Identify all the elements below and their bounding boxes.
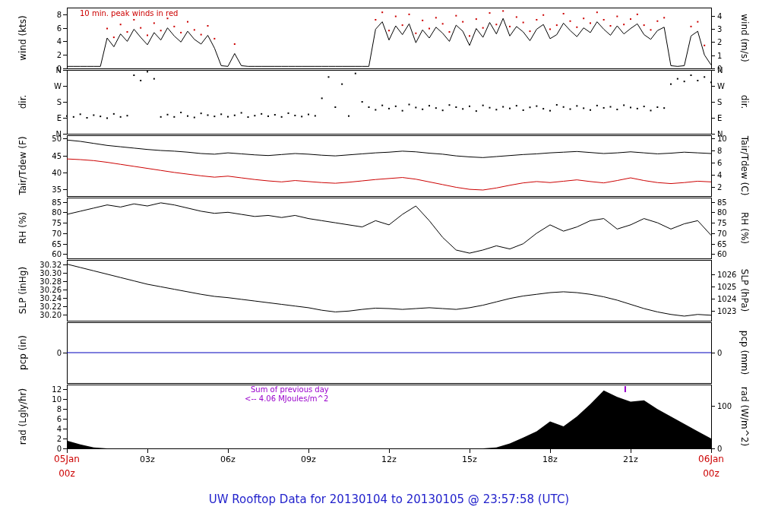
- rad-sum-annotation-line2: <-- 4.06 MJoules/m^2: [245, 394, 328, 403]
- y-tick-label-right: 2: [717, 38, 759, 47]
- y-axis-label-right-wind: wind (m/s): [739, 14, 750, 62]
- y-tick-label-right: E: [717, 114, 759, 123]
- y-tick-label-right: 65: [717, 240, 759, 249]
- y-tick-label-left: E: [20, 114, 62, 123]
- y-tick-label-right: 1024: [717, 295, 759, 304]
- x-axis-start-hour: 00z: [44, 468, 90, 479]
- y-axis-label-right-rad: rad (W/m^2): [739, 387, 750, 446]
- y-tick-label-right: 2: [717, 183, 759, 192]
- y-axis-label-left-rad: rad (Lgly/hr): [17, 388, 28, 445]
- y-tick-label-right: 60: [717, 250, 759, 259]
- y-axis-label-left-pcp: pcp (in): [17, 335, 28, 370]
- y-axis-label-left-wind: wind (kts): [17, 15, 28, 60]
- x-tick-label: 06z: [220, 454, 236, 464]
- peak-wind-legend-note: 10 min. peak winds in red: [80, 9, 178, 17]
- y-axis-label-right-temperature: Tair/Tdew (C): [739, 136, 750, 196]
- y-tick-label-right: 75: [717, 219, 759, 228]
- y-tick-label-right: 1: [717, 52, 759, 61]
- y-tick-label-right: 10: [717, 135, 759, 144]
- y-tick-label-left: N: [20, 66, 62, 75]
- y-tick-label-right: W: [717, 82, 759, 91]
- y-axis-label-left-temperature: Tair/Tdew (F): [17, 136, 28, 195]
- y-axis-label-right-slp: SLP (hPa): [739, 269, 750, 312]
- y-tick-label-right: N: [717, 66, 759, 75]
- y-tick-label-right: S: [717, 98, 759, 107]
- y-tick-label-right: 1026: [717, 271, 759, 280]
- y-axis-label-right-pcp: pcp (mm): [739, 331, 750, 375]
- y-tick-label-left: 0: [20, 445, 62, 454]
- x-tick-label: 21z: [623, 454, 638, 464]
- x-axis-start-date: 05Jan: [44, 454, 90, 464]
- x-tick-label: 03z: [140, 454, 155, 464]
- y-axis-label-left-slp: SLP (inHg): [17, 267, 28, 314]
- y-tick-label-right: 80: [717, 208, 759, 217]
- y-axis-label-left-rh: RH (%): [17, 212, 28, 244]
- y-tick-label-right: 8: [717, 147, 759, 156]
- y-axis-label-left-dir: dir.: [17, 95, 28, 109]
- x-tick-label: 15z: [462, 454, 477, 464]
- y-tick-label-right: 3: [717, 25, 759, 34]
- y-tick-label-right: 6: [717, 159, 759, 168]
- rad-sum-annotation-line1: Sum of previous day: [251, 385, 329, 394]
- y-tick-label-right: 1023: [717, 307, 759, 316]
- x-tick-label: 09z: [301, 454, 316, 464]
- chart-canvas: [0, 0, 778, 532]
- y-tick-label-right: 4: [717, 12, 759, 21]
- y-tick-label-right: 1025: [717, 283, 759, 292]
- x-axis-end-date: 06Jan: [688, 454, 734, 464]
- y-axis-label-right-rh: RH (%): [739, 212, 750, 244]
- y-tick-label-right: 70: [717, 230, 759, 239]
- y-tick-label-left: 60: [20, 250, 62, 259]
- y-tick-label-left: 85: [20, 198, 62, 207]
- y-tick-label-right: 4: [717, 171, 759, 180]
- x-axis-end-hour: 00z: [688, 468, 734, 479]
- x-tick-label: 18z: [542, 454, 558, 464]
- y-tick-label-right: 0: [717, 349, 759, 358]
- y-tick-label-left: W: [20, 82, 62, 91]
- x-tick-label: 12z: [381, 454, 397, 464]
- y-tick-label-right: 0: [717, 445, 759, 454]
- chart-title: UW Rooftop Data for 20130104 to 20130105…: [0, 492, 778, 506]
- y-axis-label-right-dir: dir.: [739, 95, 750, 109]
- meteogram: 10 min. peak winds in red Sum of previou…: [0, 0, 778, 532]
- y-tick-label-right: 85: [717, 198, 759, 207]
- y-tick-label-right: 100: [717, 402, 759, 411]
